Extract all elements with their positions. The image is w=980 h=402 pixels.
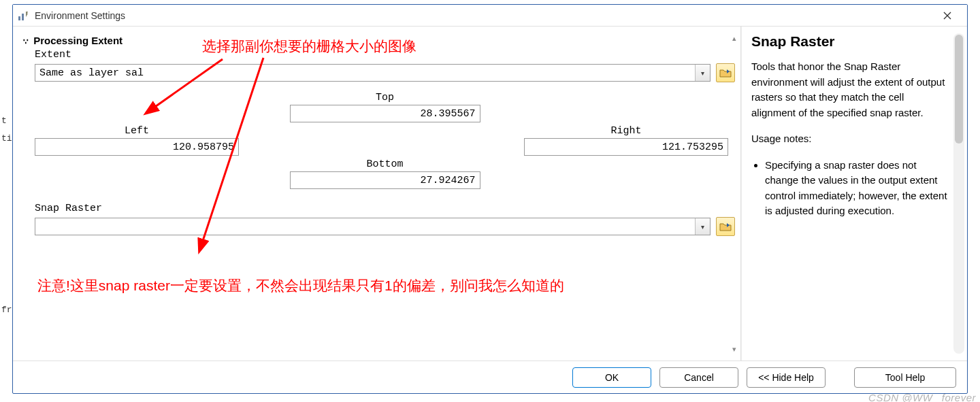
chevron-down-icon[interactable]: ▾: [695, 65, 710, 81]
help-body: Tools that honor the Snap Raster environ…: [751, 59, 962, 219]
footer: OK Cancel << Hide Help Tool Help: [13, 361, 967, 393]
background-fragment: ti: [1, 133, 12, 144]
extent-right-label: Right: [610, 125, 641, 138]
help-panel: Snap Raster Tools that honor the Snap Ra…: [741, 27, 967, 361]
environment-settings-window: Environment Settings ∵ Processing Extent…: [12, 4, 968, 394]
left-panel: ∵ Processing Extent Extent ▾: [13, 27, 741, 361]
help-title: Snap Raster: [751, 33, 962, 50]
snap-raster-label: Snap Raster: [18, 201, 735, 216]
scroll-down-icon[interactable]: ▾: [728, 343, 740, 355]
tool-help-button[interactable]: Tool Help: [854, 367, 956, 388]
extent-label: Extent: [18, 48, 735, 62]
cancel-button[interactable]: Cancel: [659, 367, 738, 388]
watermark: CSDN @WW_ forever: [868, 392, 976, 402]
chevron-down-icon[interactable]: ▾: [695, 218, 710, 235]
close-button[interactable]: [932, 5, 963, 27]
help-scrollbar[interactable]: [953, 33, 964, 354]
extent-left-input[interactable]: [35, 138, 239, 156]
extent-top-input[interactable]: [290, 105, 480, 122]
titlebar: Environment Settings: [13, 5, 967, 27]
extent-right-input[interactable]: [524, 138, 728, 156]
extent-bottom-label: Bottom: [366, 158, 403, 171]
main-area: ∵ Processing Extent Extent ▾: [13, 27, 967, 361]
collapse-icon: ∵: [21, 37, 31, 46]
snap-raster-input[interactable]: [35, 218, 710, 235]
section-title: Processing Extent: [33, 35, 122, 46]
extent-combo[interactable]: ▾: [35, 64, 710, 82]
help-paragraph: Tools that honor the Snap Raster environ…: [751, 59, 948, 120]
background-fragment: fr: [1, 305, 12, 315]
extent-bottom-input[interactable]: [290, 171, 480, 189]
scroll-up-icon[interactable]: ▴: [728, 32, 740, 44]
svg-rect-0: [18, 16, 20, 20]
left-scrollbar[interactable]: ▴ ▾: [728, 32, 740, 355]
hide-help-button[interactable]: << Hide Help: [747, 367, 826, 388]
extent-grid: Top Left Right: [18, 92, 735, 189]
background-fragment: t: [1, 116, 7, 126]
help-bullet: Specifying a snap raster does not change…: [765, 158, 948, 219]
annotation-bottom: 注意!这里snap raster一定要设置，不然会出现结果只有1的偏差，别问我怎…: [37, 275, 595, 295]
snap-raster-combo[interactable]: ▾: [35, 218, 710, 235]
ok-button[interactable]: OK: [572, 367, 651, 388]
extent-input[interactable]: [35, 65, 710, 81]
window-title: Environment Settings: [35, 10, 125, 21]
scrollbar-thumb[interactable]: [955, 35, 963, 144]
extent-top-label: Top: [376, 92, 394, 105]
help-usage-heading: Usage notes:: [751, 131, 948, 147]
section-header-processing-extent[interactable]: ∵ Processing Extent: [18, 32, 735, 48]
svg-rect-1: [22, 14, 24, 20]
extent-left-label: Left: [125, 125, 149, 138]
settings-icon: [17, 10, 29, 22]
